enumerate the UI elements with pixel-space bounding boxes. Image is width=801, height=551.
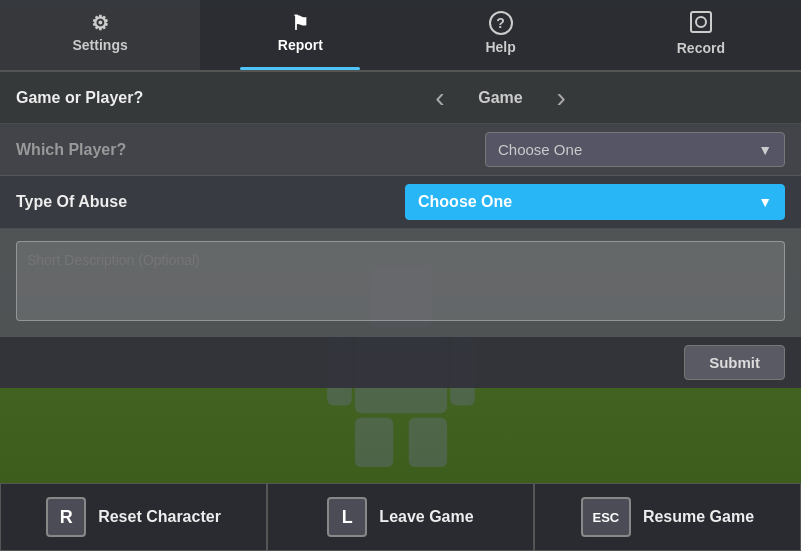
svg-rect-4 bbox=[354, 418, 392, 467]
type-abuse-row: Type Of Abuse Choose One ▼ bbox=[0, 176, 801, 229]
resume-game-label: Resume Game bbox=[643, 508, 754, 526]
game-player-selector: ‹ Game › bbox=[216, 84, 785, 112]
leave-key-badge: L bbox=[327, 497, 367, 537]
selector-current-value: Game bbox=[461, 89, 541, 107]
chevron-down-icon: ▼ bbox=[758, 142, 772, 158]
which-player-value: Choose One bbox=[498, 141, 582, 158]
svg-rect-6 bbox=[691, 12, 711, 32]
chevron-down-icon-2: ▼ bbox=[758, 194, 772, 210]
prev-arrow-button[interactable]: ‹ bbox=[427, 84, 452, 112]
resume-game-button[interactable]: ESC Resume Game bbox=[534, 483, 801, 551]
nav-item-report[interactable]: ⚑ Report bbox=[200, 0, 400, 70]
resume-key-badge: ESC bbox=[581, 497, 631, 537]
nav-item-help[interactable]: ? Help bbox=[401, 0, 601, 70]
which-player-label: Which Player? bbox=[16, 141, 216, 159]
nav-label-settings: Settings bbox=[73, 37, 128, 53]
bottom-action-bar: R Reset Character L Leave Game ESC Resum… bbox=[0, 483, 801, 551]
reset-character-label: Reset Character bbox=[98, 508, 221, 526]
nav-item-settings[interactable]: ⚙ Settings bbox=[0, 0, 200, 70]
help-icon: ? bbox=[489, 11, 513, 35]
leave-game-button[interactable]: L Leave Game bbox=[267, 483, 534, 551]
game-player-label: Game or Player? bbox=[16, 89, 216, 107]
type-abuse-dropdown[interactable]: Choose One ▼ bbox=[405, 184, 785, 220]
nav-label-help: Help bbox=[485, 39, 515, 55]
game-player-row: Game or Player? ‹ Game › bbox=[0, 72, 801, 124]
gear-icon: ⚙ bbox=[91, 13, 109, 33]
which-player-dropdown[interactable]: Choose One ▼ bbox=[485, 132, 785, 167]
nav-label-report: Report bbox=[278, 37, 323, 53]
report-panel: Game or Player? ‹ Game › Which Player? C… bbox=[0, 72, 801, 388]
flag-icon: ⚑ bbox=[291, 13, 309, 33]
reset-key-badge: R bbox=[46, 497, 86, 537]
svg-rect-5 bbox=[408, 418, 446, 467]
leave-game-label: Leave Game bbox=[379, 508, 473, 526]
type-abuse-label: Type Of Abuse bbox=[16, 193, 216, 211]
submit-row: Submit bbox=[0, 337, 801, 388]
which-player-row: Which Player? Choose One ▼ bbox=[0, 124, 801, 176]
submit-button[interactable]: Submit bbox=[684, 345, 785, 380]
svg-point-7 bbox=[696, 17, 706, 27]
nav-item-record[interactable]: Record bbox=[601, 0, 801, 70]
top-navigation: ⚙ Settings ⚑ Report ? Help Record bbox=[0, 0, 801, 72]
record-icon bbox=[690, 11, 712, 36]
nav-label-record: Record bbox=[677, 40, 725, 56]
type-abuse-value: Choose One bbox=[418, 193, 512, 211]
next-arrow-button[interactable]: › bbox=[549, 84, 574, 112]
description-textarea[interactable] bbox=[16, 241, 785, 321]
description-area bbox=[0, 229, 801, 337]
reset-character-button[interactable]: R Reset Character bbox=[0, 483, 267, 551]
